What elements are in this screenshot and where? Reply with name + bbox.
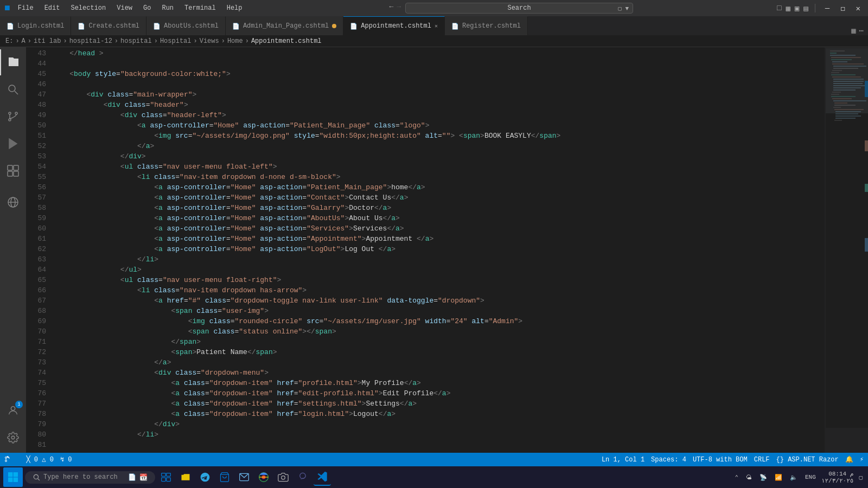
- explorer-icon[interactable]: [0, 49, 26, 75]
- code-line[interactable]: </li>: [50, 429, 825, 440]
- taskbar-app-mail[interactable]: [235, 468, 253, 486]
- code-line[interactable]: <li class="nav-item dropdown d-none d-sm…: [50, 172, 825, 182]
- branch-status[interactable]: [4, 456, 20, 464]
- customize-icon[interactable]: ▤: [803, 4, 808, 13]
- taskbar-app-browser[interactable]: [255, 468, 272, 486]
- code-line[interactable]: <div class="main-wrapper">: [50, 89, 825, 100]
- menu-run[interactable]: Run: [158, 4, 177, 12]
- code-line[interactable]: <a asp-controller="Home" asp-action="Pat…: [50, 182, 825, 192]
- breadcrumb-part[interactable]: Appointment.cshtml: [251, 37, 322, 45]
- taskbar-app-store[interactable]: [216, 468, 233, 486]
- tab-admin-main[interactable]: 📄 Admin_Main_Page.cshtml: [226, 16, 343, 35]
- code-line[interactable]: <img class="rounded-circle" src="~/asset…: [50, 316, 825, 326]
- taskbar-clock[interactable]: 08:14 م ١٢/٣/٢٠٢٥: [821, 470, 854, 484]
- notification-icon[interactable]: 🔔: [845, 455, 853, 464]
- menu-edit[interactable]: Edit: [41, 4, 63, 12]
- code-line[interactable]: <div class="header-left">: [50, 110, 825, 120]
- code-line[interactable]: <li class="nav-item dropdown has-arrow">: [50, 285, 825, 296]
- errors-status[interactable]: ╳ 0 △ 0: [26, 455, 53, 464]
- menu-view[interactable]: View: [113, 4, 136, 12]
- code-line[interactable]: <div class="dropdown-menu">: [50, 368, 825, 378]
- menu-terminal[interactable]: Terminal: [181, 4, 219, 12]
- code-line[interactable]: <a class="dropdown-item" href="edit-prof…: [50, 388, 825, 399]
- maximize-button[interactable]: ◻: [837, 4, 848, 13]
- warnings-status[interactable]: ↯ 0: [60, 455, 72, 464]
- taskbar-language[interactable]: ENG: [803, 473, 818, 481]
- code-line[interactable]: <span>Patient Name</span>: [50, 347, 825, 357]
- code-line[interactable]: <a class="dropdown-item" href="profile.h…: [50, 378, 825, 388]
- source-control-icon[interactable]: [0, 104, 26, 130]
- taskbar-app-explorer[interactable]: [177, 468, 194, 486]
- taskbar-weather-icon[interactable]: 🌤: [744, 473, 754, 482]
- code-line[interactable]: </div>: [50, 419, 825, 429]
- taskbar-app-telegram[interactable]: [196, 468, 214, 486]
- taskbar-app-taskview[interactable]: [157, 468, 175, 486]
- menu-selection[interactable]: Selection: [67, 4, 109, 12]
- code-line[interactable]: <div class="header">: [50, 100, 825, 110]
- code-line[interactable]: <span class="status online"></span>: [50, 326, 825, 337]
- encoding-status[interactable]: UTF-8 with BOM: [693, 456, 748, 464]
- extensions-icon[interactable]: [0, 158, 26, 184]
- breadcrumb-part[interactable]: Home: [227, 37, 243, 45]
- cursor-position-status[interactable]: Ln 1, Col 1: [602, 456, 644, 464]
- code-line[interactable]: <ul class="nav user-menu float-right">: [50, 275, 825, 285]
- breadcrumb-part[interactable]: A: [22, 37, 25, 45]
- breadcrumb-part[interactable]: Views: [200, 37, 219, 45]
- code-line[interactable]: <span class="user-img">: [50, 306, 825, 316]
- breadcrumb-part[interactable]: hospital: [120, 37, 152, 45]
- code-line[interactable]: <a asp-controller="Home" asp-action="Gal…: [50, 203, 825, 213]
- code-line[interactable]: <a asp-controller="Home" asp-action="App…: [50, 234, 825, 244]
- code-line[interactable]: </li>: [50, 254, 825, 265]
- code-line[interactable]: </head >: [50, 48, 825, 59]
- search-activity-icon[interactable]: [0, 76, 26, 102]
- tab-appointment[interactable]: 📄 Appointment.cshtml ✕: [343, 16, 445, 35]
- breadcrumb-part[interactable]: iti lab: [34, 37, 61, 45]
- code-line[interactable]: </div>: [50, 151, 825, 162]
- minimize-button[interactable]: —: [822, 4, 833, 12]
- line-ending-status[interactable]: CRLF: [754, 456, 770, 464]
- taskbar-volume-icon[interactable]: 🔈: [788, 473, 800, 482]
- breadcrumb-part[interactable]: Hospital: [160, 37, 192, 45]
- title-search-bar[interactable]: Search: [405, 3, 633, 14]
- code-line[interactable]: [50, 59, 825, 69]
- menu-go[interactable]: Go: [140, 4, 154, 12]
- code-line[interactable]: <a asp-controller="Home" asp-action="Con…: [50, 192, 825, 203]
- nav-back-button[interactable]: ←: [389, 3, 393, 14]
- taskbar-wifi-icon[interactable]: 📶: [773, 473, 784, 482]
- spaces-status[interactable]: Spaces: 4: [651, 456, 686, 464]
- tab-aboutus[interactable]: 📄 AboutUs.cshtml: [146, 16, 226, 35]
- code-line[interactable]: <a asp-controller="Home" asp-action="Pat…: [50, 120, 825, 131]
- code-line[interactable]: </span>: [50, 337, 825, 347]
- taskbar-bluetooth-icon[interactable]: 📡: [757, 473, 769, 482]
- taskbar-notification-icon[interactable]: ▢: [857, 473, 865, 482]
- taskbar-app-vscode[interactable]: [314, 468, 331, 486]
- breadcrumb-part[interactable]: hospital-12: [69, 37, 112, 45]
- taskbar-search-bar[interactable]: Type here to search 📄 📆: [25, 471, 155, 484]
- code-line[interactable]: </a>: [50, 141, 825, 151]
- code-line[interactable]: <img src="~/assets/img/logo.png" style="…: [50, 131, 825, 141]
- account-icon[interactable]: 1: [0, 397, 26, 423]
- taskbar-app-camera[interactable]: [275, 468, 292, 486]
- tab-close-button[interactable]: ✕: [435, 23, 438, 29]
- code-line[interactable]: <body style="background-color:white;">: [50, 69, 825, 79]
- tab-create[interactable]: 📄 Create.cshtml: [71, 16, 146, 35]
- split-editor-button[interactable]: ▦: [851, 26, 856, 35]
- code-line[interactable]: <ul class="nav user-menu float-left">: [50, 162, 825, 172]
- tab-register[interactable]: 📄 Register.cshtml: [445, 16, 528, 35]
- code-line[interactable]: <a asp-controller="Home" asp-action="Ser…: [50, 223, 825, 234]
- code-line[interactable]: <a asp-controller="Home" asp-action="Abo…: [50, 213, 825, 223]
- nav-forward-button[interactable]: →: [397, 3, 401, 14]
- layout-icon[interactable]: □: [777, 4, 781, 12]
- panel-icon[interactable]: ▣: [795, 4, 799, 13]
- code-line[interactable]: <a asp-controller="Home" asp-action="Log…: [50, 244, 825, 254]
- feedback-icon[interactable]: ⚡: [860, 455, 864, 464]
- code-line[interactable]: </a>: [50, 357, 825, 368]
- settings-icon[interactable]: [0, 425, 26, 451]
- language-status[interactable]: {} ASP.NET Razor: [776, 456, 839, 464]
- extension-icon[interactable]: ▢ ▼: [618, 5, 629, 12]
- menu-help[interactable]: Help: [224, 4, 246, 12]
- more-tabs-button[interactable]: ⋯: [859, 26, 864, 35]
- split-icon[interactable]: ▦: [786, 4, 790, 13]
- code-area[interactable]: </head > <body style="background-color:w…: [50, 47, 825, 453]
- code-line[interactable]: [50, 79, 825, 89]
